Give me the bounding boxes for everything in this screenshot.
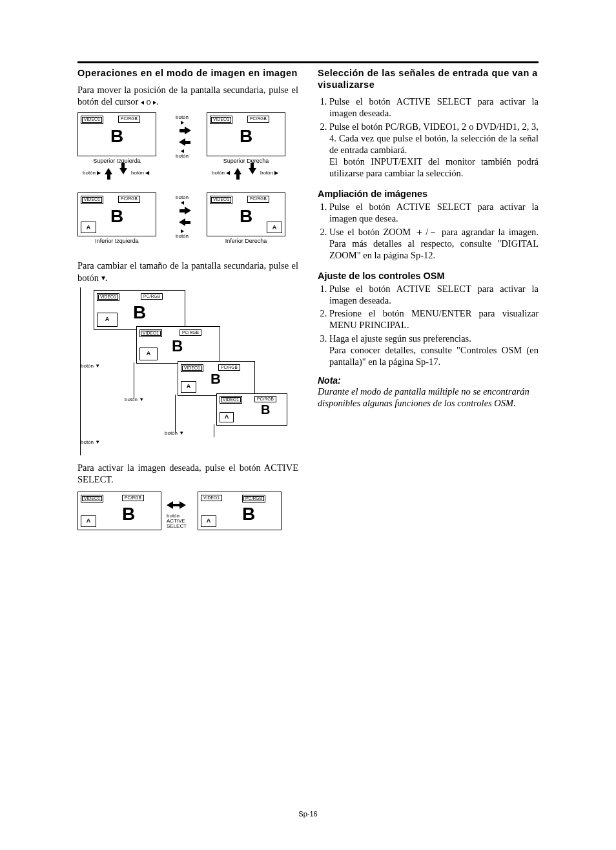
lbl-boton: botón	[176, 114, 189, 120]
size-3: VIDEO1 PC/RGB B A	[178, 361, 255, 396]
diagram-active-select: VIDEO1 PC/RGB B A botón ACTIVE SELECT VI…	[77, 489, 298, 547]
a-box: A	[220, 412, 234, 422]
left-p2-b: .	[105, 273, 108, 283]
arrow-left-icon	[179, 138, 185, 146]
label-B: B	[110, 207, 123, 225]
page: Operaciones en el modo de imagen en imag…	[0, 0, 616, 850]
top-rule	[77, 61, 539, 63]
label-B: B	[172, 338, 183, 354]
cap-inf-izq: Inferior Izquierda	[77, 238, 156, 244]
as-right: VIDEO1 PC/RGB B A	[198, 492, 282, 530]
sec1-title: Selección de las señales de entrada que …	[318, 67, 539, 90]
left-title: Operaciones en el modo de imagen en imag…	[77, 67, 298, 79]
tag-video: VIDEO1	[201, 495, 222, 502]
lbl-botonR2: botón ▶	[260, 170, 278, 176]
screen-bot-left: VIDEO1 PC/RGB B A	[77, 192, 156, 236]
tag-pcrgb: PC/RGB	[118, 196, 140, 203]
sec2-title: Ampliación de imágenes	[318, 188, 539, 200]
left-p2: Para cambiar el tamaño de la pantalla se…	[77, 260, 298, 283]
a-box: A	[97, 313, 118, 327]
tri-r-icon	[181, 229, 184, 233]
label-B: B	[261, 403, 270, 416]
lbl-boton4: botón	[176, 233, 189, 239]
label-B: B	[133, 304, 146, 322]
tag-video: VIDEO1	[210, 116, 232, 124]
lbl-active-select: botón ACTIVE SELECT	[167, 513, 187, 529]
a-box: A	[81, 222, 96, 233]
screen-bot-right: VIDEO1 PC/RGB B A	[207, 192, 285, 236]
left-p2-a: Para cambiar el tamaño de la pantalla se…	[77, 260, 298, 282]
columns: Operaciones en el modo de imagen en imag…	[77, 67, 539, 547]
label-B: B	[240, 207, 252, 225]
right-column: Selección de las señales de entrada que …	[318, 67, 539, 547]
cap-sup-der: Superior Derecha	[207, 158, 285, 164]
tag-video: VIDEO1	[81, 495, 103, 503]
nota-text: Durante el modo de pantalla múltiple no …	[318, 386, 539, 409]
tag-pcrgb: PC/RGB	[118, 116, 140, 123]
lbl-boton3: botón	[176, 194, 189, 200]
tag-pcrgb: PC/RGB	[180, 329, 201, 337]
lbl-bd4: botón ▼	[81, 440, 100, 445]
tag-pcrgb: PC/RGB	[247, 116, 269, 123]
label-B: B	[240, 127, 252, 145]
label-B: B	[242, 505, 255, 523]
sec3-list: Pulse el botón ACTIVE SELECT para activa…	[318, 283, 539, 368]
tag-video: VIDEO1	[81, 116, 103, 124]
label-B: B	[210, 372, 221, 386]
sec3-title: Ajuste de los controles OSM	[318, 270, 539, 282]
tag-video: VIDEO1	[210, 196, 232, 204]
as-left: VIDEO1 PC/RGB B A	[77, 492, 161, 530]
size-4: VIDEO1 PC/RGB B A	[216, 393, 287, 426]
page-number: Sp-16	[0, 810, 616, 818]
arrow-down-icon	[249, 168, 256, 174]
left-p1-b: o	[144, 96, 154, 107]
sec2-item: Use el botón ZOOM ＋/－ para agrandar la i…	[329, 226, 539, 261]
tag-video: VIDEO1	[220, 396, 242, 404]
sec3-item: Presione el botón MENU/ENTER para visual…	[329, 307, 539, 331]
sec1-item: Pulse el botón ACTIVE SELECT para activa…	[329, 96, 539, 119]
sec3-item: Haga el ajuste según sus preferencias. P…	[329, 333, 539, 368]
diagram-positions: VIDEO1 PC/RGB B Superior Izquierda VIDEO…	[77, 111, 298, 260]
tag-pcrgb: PC/RGB	[242, 495, 265, 503]
label-B: B	[122, 505, 135, 523]
cap-inf-der: Inferior Derecha	[207, 238, 285, 244]
sec2-item: Pulse el botón ACTIVE SELECT para activa…	[329, 201, 539, 224]
size-1: VIDEO1 PC/RGB B A	[94, 290, 185, 330]
a-box: A	[139, 347, 158, 360]
tri-l-icon	[181, 149, 184, 153]
a-box: A	[267, 222, 282, 233]
a-box: A	[81, 515, 96, 527]
tag-pcrgb: PC/RGB	[247, 196, 269, 203]
arrow-left-icon	[179, 218, 185, 226]
lbl-botonL: botón ◀	[131, 170, 149, 176]
sec1-list: Pulse el botón ACTIVE SELECT para activa…	[318, 96, 539, 179]
tri-r-icon	[181, 121, 184, 125]
tag-video: VIDEO1	[81, 196, 103, 204]
lbl-bd1: botón ▼	[81, 364, 100, 369]
double-arrow-icon	[167, 499, 186, 511]
label-B: B	[110, 127, 123, 145]
tag-pcrgb: PC/RGB	[254, 396, 276, 403]
cap-sup-izq: Superior Izquierda	[77, 158, 156, 164]
size-2: VIDEO1 PC/RGB B A	[136, 326, 220, 364]
lbl-botonL2: botón ◀	[212, 170, 230, 176]
tag-pcrgb: PC/RGB	[141, 293, 163, 300]
screen-top-right: VIDEO1 PC/RGB B	[207, 112, 285, 156]
tag-video: VIDEO1	[181, 364, 203, 373]
nota-label: Nota:	[318, 375, 539, 386]
arrow-right-icon	[185, 207, 191, 214]
lbl-botonR: botón ▶	[83, 170, 101, 176]
left-p3: Para activar la imagen deseada, pulse el…	[77, 462, 298, 485]
arrow-up-icon	[234, 168, 241, 174]
tag-video: VIDEO1	[97, 293, 119, 302]
a-box: A	[181, 381, 196, 393]
sec3-item: Pulse el botón ACTIVE SELECT para activa…	[329, 283, 539, 306]
lbl-boton2: botón	[176, 153, 189, 159]
left-p1-a: Para mover la posición de la pantalla se…	[77, 85, 298, 107]
left-p1-c: .	[156, 96, 159, 107]
tri-l-icon	[181, 201, 184, 205]
sec1-item: Pulse el botón PC/RGB, VIDEO1, 2 o DVD/H…	[329, 121, 539, 180]
lbl-bd2: botón ▼	[125, 397, 144, 402]
arrow-up-icon	[105, 168, 112, 174]
sec2-list: Pulse el botón ACTIVE SELECT para activa…	[318, 201, 539, 261]
